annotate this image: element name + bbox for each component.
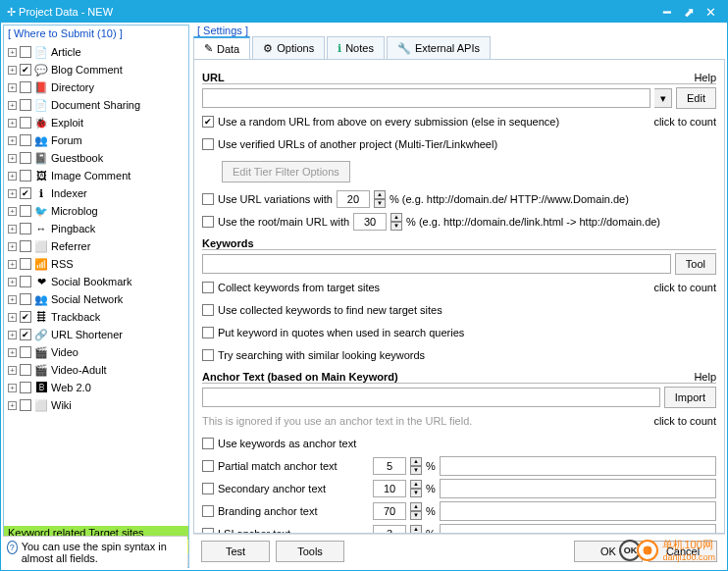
expand-icon[interactable]: + <box>8 260 17 269</box>
tree-item[interactable]: +👥Social Network <box>4 290 188 308</box>
expand-icon[interactable]: + <box>8 384 17 392</box>
expand-icon[interactable]: + <box>8 278 17 286</box>
close-button[interactable]: ✕ <box>700 5 721 20</box>
url-variations-checkbox[interactable] <box>202 193 214 205</box>
platform-checkbox[interactable] <box>20 399 31 411</box>
keywords-click-to-count[interactable]: click to count <box>653 282 716 293</box>
platform-checkbox[interactable] <box>20 346 31 358</box>
use-collected-checkbox[interactable] <box>202 304 214 316</box>
platform-checkbox[interactable] <box>20 152 31 164</box>
expand-icon[interactable]: + <box>8 172 17 181</box>
tree-item[interactable]: +❤Social Bookmark <box>4 273 188 290</box>
url-help-link[interactable]: Help <box>694 72 716 83</box>
platform-checkbox[interactable] <box>20 223 31 234</box>
anchor-click-to-count[interactable]: click to count <box>653 415 716 427</box>
similar-checkbox[interactable] <box>202 349 214 361</box>
platform-checkbox[interactable] <box>20 382 31 393</box>
verified-urls-checkbox[interactable] <box>202 138 214 150</box>
expand-icon[interactable]: + <box>8 207 17 216</box>
anchor-text-input[interactable] <box>202 388 660 407</box>
url-input[interactable] <box>202 88 650 108</box>
platform-checkbox[interactable]: ✔ <box>20 329 31 340</box>
expand-icon[interactable]: + <box>8 189 17 198</box>
tree-item[interactable]: +📓Guestbook <box>4 149 188 167</box>
tree-item[interactable]: +📄Article <box>4 43 188 61</box>
anchor-row-value[interactable] <box>373 502 406 520</box>
anchor-import-button[interactable]: Import <box>664 387 716 408</box>
tree-item[interactable]: +✔🔗URL Shortener <box>4 326 188 343</box>
platform-checkbox[interactable] <box>20 134 31 146</box>
expand-icon[interactable]: + <box>8 401 17 410</box>
tree-item[interactable]: +✔ℹIndexer <box>4 184 188 202</box>
platform-checkbox[interactable] <box>20 205 31 217</box>
tree-item[interactable]: +🐞Exploit <box>4 114 188 131</box>
minimize-button[interactable]: ━ <box>656 5 678 20</box>
use-keywords-anchor-checkbox[interactable] <box>202 438 214 449</box>
platform-checkbox[interactable] <box>20 364 31 376</box>
root-url-value[interactable] <box>353 213 387 231</box>
anchor-row-checkbox[interactable] <box>202 460 214 472</box>
url-click-to-count[interactable]: click to count <box>653 116 716 128</box>
platform-checkbox[interactable] <box>20 293 31 305</box>
test-button[interactable]: Test <box>201 541 270 562</box>
anchor-row-value[interactable] <box>373 480 406 497</box>
anchor-row-spinner[interactable]: ▲▼ <box>410 480 422 497</box>
anchor-help-link[interactable]: Help <box>694 371 716 383</box>
keywords-tool-button[interactable]: Tool <box>675 253 716 275</box>
expand-icon[interactable]: + <box>8 101 17 110</box>
expand-icon[interactable]: + <box>8 66 17 75</box>
tree-item[interactable]: +✔💬Blog Comment <box>4 61 188 78</box>
anchor-row-value[interactable] <box>373 525 406 534</box>
expand-icon[interactable]: + <box>8 119 17 128</box>
quotes-checkbox[interactable] <box>202 327 214 338</box>
platform-checkbox[interactable]: ✔ <box>20 311 31 323</box>
anchor-row-spinner[interactable]: ▲▼ <box>410 502 422 520</box>
tree-item[interactable]: +🅱Web 2.0 <box>4 379 188 396</box>
expand-icon[interactable]: + <box>8 295 17 304</box>
tools-button[interactable]: Tools <box>276 541 344 562</box>
tree-item[interactable]: +🎬Video <box>4 343 188 361</box>
tab-notes[interactable]: ℹNotes <box>327 36 385 59</box>
tab-options[interactable]: ⚙Options <box>252 36 325 59</box>
url-variations-spinner[interactable]: ▲▼ <box>374 190 386 208</box>
platform-checkbox[interactable] <box>20 258 31 270</box>
platform-checkbox[interactable] <box>20 276 31 287</box>
tab-data[interactable]: ✎Data <box>193 36 250 59</box>
root-url-spinner[interactable]: ▲▼ <box>390 213 402 231</box>
keywords-input[interactable] <box>202 254 671 274</box>
tree-item[interactable]: +⬜Wiki <box>4 396 188 414</box>
anchor-row-checkbox[interactable] <box>202 505 214 517</box>
url-variations-value[interactable] <box>337 190 370 208</box>
tree-item[interactable]: +↔Pingback <box>4 220 188 237</box>
expand-icon[interactable]: + <box>8 83 17 92</box>
root-url-checkbox[interactable] <box>202 216 214 228</box>
expand-icon[interactable]: + <box>8 366 17 375</box>
anchor-row-input[interactable] <box>440 501 716 521</box>
anchor-row-input[interactable] <box>440 524 716 534</box>
url-edit-button[interactable]: Edit <box>676 87 716 109</box>
anchor-row-value[interactable] <box>373 457 406 475</box>
expand-icon[interactable]: + <box>8 331 17 339</box>
platform-checkbox[interactable] <box>20 99 31 111</box>
tree-item[interactable]: +📕Directory <box>4 78 188 96</box>
expand-icon[interactable]: + <box>8 154 17 163</box>
anchor-row-input[interactable] <box>440 479 716 498</box>
expand-icon[interactable]: + <box>8 225 17 234</box>
collect-keywords-checkbox[interactable] <box>202 282 214 293</box>
tree-item[interactable]: +👥Forum <box>4 131 188 149</box>
platform-tree[interactable]: +📄Article+✔💬Blog Comment+📕Directory+📄Doc… <box>4 41 188 526</box>
tree-item[interactable]: +✔🛤Trackback <box>4 308 188 326</box>
anchor-row-spinner[interactable]: ▲▼ <box>410 525 422 534</box>
platform-checkbox[interactable] <box>20 117 31 129</box>
anchor-row-checkbox[interactable] <box>202 483 214 494</box>
anchor-row-spinner[interactable]: ▲▼ <box>410 457 422 475</box>
platform-checkbox[interactable]: ✔ <box>20 64 31 76</box>
expand-icon[interactable]: + <box>8 48 17 57</box>
platform-checkbox[interactable] <box>20 240 31 252</box>
tree-item[interactable]: +📄Document Sharing <box>4 96 188 114</box>
platform-checkbox[interactable] <box>20 81 31 93</box>
platform-checkbox[interactable] <box>20 170 31 182</box>
anchor-row-input[interactable] <box>440 456 716 476</box>
platform-checkbox[interactable] <box>20 46 31 58</box>
random-url-checkbox[interactable]: ✔ <box>202 116 214 128</box>
